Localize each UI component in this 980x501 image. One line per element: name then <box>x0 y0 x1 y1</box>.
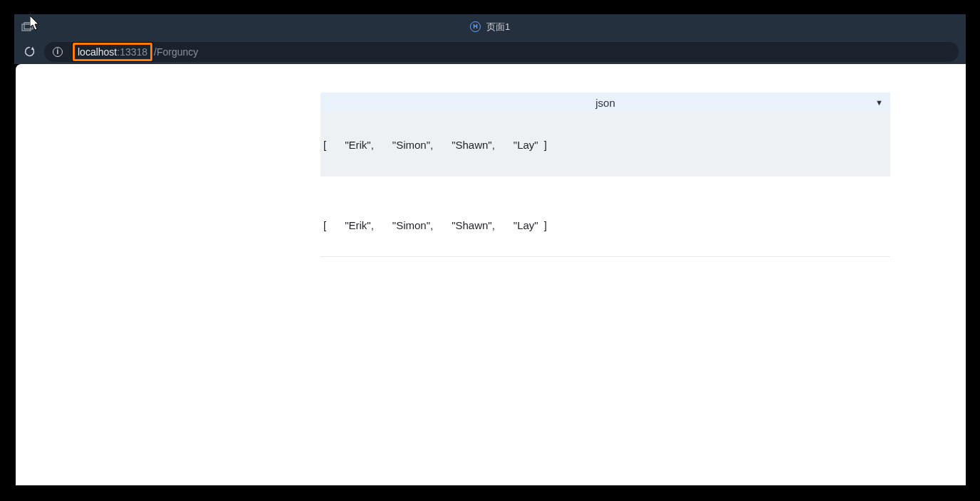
page-viewport: json ▼ ["Erik","Simon","Shawn","Lay"] ["… <box>16 64 966 485</box>
tab-bar: H 页面1 <box>14 14 966 39</box>
browser-tab[interactable]: H 页面1 <box>470 21 510 33</box>
dropdown-label: json <box>595 97 615 109</box>
reload-icon <box>24 46 36 58</box>
json-token: "Simon", <box>392 139 433 151</box>
window-stack-icon[interactable] <box>21 21 34 33</box>
url-highlight: localhost :13318 <box>73 43 152 61</box>
url-port: :13318 <box>117 46 147 58</box>
reload-button[interactable] <box>21 44 37 60</box>
browser-chrome: H 页面1 i localhost :13318 /Forguncy <box>14 14 966 64</box>
favicon-icon: H <box>470 21 481 32</box>
divider <box>320 256 890 257</box>
json-output-1: ["Erik","Simon","Shawn","Lay"] <box>320 112 890 176</box>
json-token: ] <box>544 139 547 151</box>
url-host: localhost <box>78 46 117 58</box>
address-bar[interactable]: i localhost :13318 /Forguncy <box>44 42 959 62</box>
json-token: "Shawn", <box>452 219 495 231</box>
tab-title: 页面1 <box>486 21 510 33</box>
chevron-down-icon: ▼ <box>875 98 883 107</box>
site-info-icon[interactable]: i <box>53 47 63 57</box>
json-token: [ <box>323 219 326 231</box>
app-frame: H 页面1 i localhost :13318 /Forguncy <box>0 0 980 501</box>
address-bar-row: i localhost :13318 /Forguncy <box>14 39 966 64</box>
json-token: [ <box>323 139 326 151</box>
json-array-text: ["Erik","Simon","Shawn","Lay"] <box>323 139 547 151</box>
svg-marker-3 <box>31 47 34 51</box>
json-array-text: ["Erik","Simon","Shawn","Lay"] <box>323 219 547 231</box>
svg-rect-2 <box>24 22 33 28</box>
json-token: "Shawn", <box>452 139 495 151</box>
json-token: "Erik", <box>345 139 374 151</box>
content-column: json ▼ ["Erik","Simon","Shawn","Lay"] ["… <box>320 93 890 257</box>
svg-rect-1 <box>22 24 31 31</box>
json-token: "Lay" <box>514 139 538 151</box>
json-token: ] <box>544 219 547 231</box>
json-output-2: ["Erik","Simon","Shawn","Lay"] <box>320 211 890 239</box>
json-token: "Lay" <box>514 219 538 231</box>
json-token: "Simon", <box>392 219 433 231</box>
dropdown-json[interactable]: json ▼ <box>320 93 890 112</box>
url-path: /Forguncy <box>154 46 198 58</box>
json-token: "Erik", <box>345 219 374 231</box>
